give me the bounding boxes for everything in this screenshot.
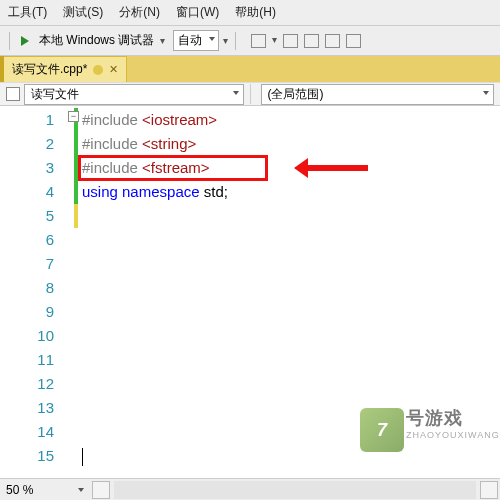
- separator: [9, 32, 10, 50]
- separator: [235, 32, 236, 50]
- menu-window[interactable]: 窗口(W): [176, 4, 219, 21]
- scroll-right-icon[interactable]: [480, 481, 498, 499]
- code-line[interactable]: #include <string>: [82, 132, 500, 156]
- text-cursor: [82, 448, 83, 466]
- scroll-track[interactable]: [114, 481, 476, 499]
- tab-label: 读写文件.cpp*: [12, 61, 87, 78]
- code-line[interactable]: using namespace std;: [82, 180, 500, 204]
- code-area[interactable]: − #include <iostream> #include <string> …: [82, 106, 500, 500]
- line-number: 12: [0, 372, 54, 396]
- toolbar-icon[interactable]: [283, 34, 298, 48]
- menu-bar: 工具(T) 测试(S) 分析(N) 窗口(W) 帮助(H): [0, 0, 500, 26]
- menu-help[interactable]: 帮助(H): [235, 4, 276, 21]
- line-number: 4: [0, 180, 54, 204]
- line-number: 9: [0, 300, 54, 324]
- toolbar-icon[interactable]: [251, 34, 266, 48]
- scroll-left-icon[interactable]: [92, 481, 110, 499]
- saved-change-bar: [74, 108, 78, 204]
- menu-tools[interactable]: 工具(T): [8, 4, 47, 21]
- config-combo[interactable]: 自动: [173, 30, 219, 51]
- toolbar-icon[interactable]: [304, 34, 319, 48]
- line-number: 11: [0, 348, 54, 372]
- line-number: 7: [0, 252, 54, 276]
- line-number: 6: [0, 228, 54, 252]
- zoom-combo[interactable]: 50 %: [0, 478, 90, 500]
- toolbar: 本地 Windows 调试器 ▾ 自动 ▾ ▾: [0, 26, 500, 56]
- toolbar-icons: ▾: [251, 34, 361, 48]
- code-line[interactable]: #include <fstream>: [82, 156, 500, 180]
- toolbar-icon[interactable]: [325, 34, 340, 48]
- line-gutter: 1 2 3 4 5 6 7 8 9 10 11 12 13 14 15: [0, 106, 64, 500]
- line-number: 14: [0, 420, 54, 444]
- play-icon[interactable]: [17, 33, 33, 49]
- fold-toggle-icon[interactable]: −: [68, 111, 79, 122]
- chevron-down-icon[interactable]: ▾: [223, 35, 228, 46]
- code-line[interactable]: [82, 372, 500, 396]
- toolbar-icon[interactable]: [346, 34, 361, 48]
- code-line[interactable]: [82, 204, 500, 228]
- code-line[interactable]: [82, 348, 500, 372]
- scope-dropdown-right[interactable]: (全局范围): [261, 84, 495, 105]
- tab-strip: 读写文件.cpp* ✕: [0, 56, 500, 82]
- line-number: 15: [0, 444, 54, 468]
- nav-icon[interactable]: [6, 87, 20, 101]
- line-number: 10: [0, 324, 54, 348]
- unsaved-change-bar: [74, 204, 78, 228]
- arrow-annotation: [294, 157, 374, 177]
- horizontal-scrollbar[interactable]: [90, 478, 500, 500]
- code-line[interactable]: [82, 252, 500, 276]
- code-line[interactable]: [82, 420, 500, 444]
- code-line[interactable]: [82, 396, 500, 420]
- code-line[interactable]: #include <iostream>: [82, 108, 500, 132]
- menu-analyze[interactable]: 分析(N): [119, 4, 160, 21]
- code-line[interactable]: [82, 276, 500, 300]
- line-number: 5: [0, 204, 54, 228]
- close-icon[interactable]: ✕: [109, 63, 118, 76]
- code-line[interactable]: [82, 300, 500, 324]
- line-number: 13: [0, 396, 54, 420]
- file-tab[interactable]: 读写文件.cpp* ✕: [4, 56, 127, 82]
- debugger-label[interactable]: 本地 Windows 调试器: [39, 32, 154, 49]
- line-number: 1: [0, 108, 54, 132]
- change-margin: [64, 106, 82, 500]
- code-line[interactable]: [82, 444, 500, 468]
- nav-bar: 读写文件 (全局范围): [0, 82, 500, 106]
- line-number: 3: [0, 156, 54, 180]
- chevron-down-icon[interactable]: ▾: [272, 34, 277, 48]
- scope-dropdown-left[interactable]: 读写文件: [24, 84, 244, 105]
- line-number: 8: [0, 276, 54, 300]
- menu-test[interactable]: 测试(S): [63, 4, 103, 21]
- line-number: 2: [0, 132, 54, 156]
- code-line[interactable]: [82, 324, 500, 348]
- chevron-down-icon[interactable]: ▾: [160, 35, 165, 46]
- pin-icon[interactable]: [93, 65, 103, 75]
- code-editor[interactable]: 1 2 3 4 5 6 7 8 9 10 11 12 13 14 15 − #i…: [0, 106, 500, 500]
- code-line[interactable]: [82, 228, 500, 252]
